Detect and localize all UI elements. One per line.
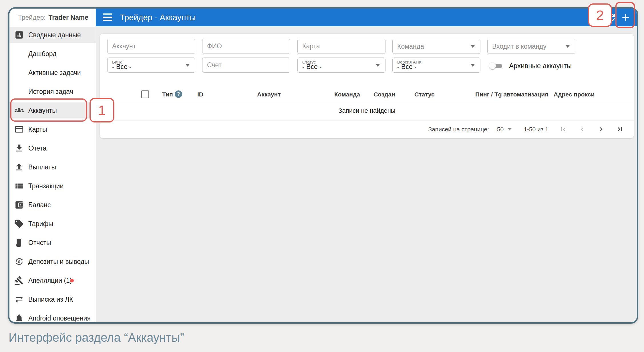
filters-table-card: Команда Входит в команду Банк - Все - Ст… bbox=[100, 34, 634, 138]
compare-arrows-icon bbox=[13, 293, 25, 306]
chevron-down-icon bbox=[470, 64, 475, 67]
receipt-icon bbox=[13, 236, 25, 249]
column-created: Создан bbox=[373, 91, 395, 98]
sidebar: Трейдер: Trader Name Сводные данные Дашб… bbox=[9, 9, 96, 322]
rows-per-page-label: Записей на странице: bbox=[428, 126, 489, 133]
sidebar-item-payouts[interactable]: Выплаты bbox=[9, 159, 96, 175]
sidebar-item-transactions[interactable]: Транзакции bbox=[9, 178, 96, 194]
download-icon bbox=[13, 142, 25, 155]
first-page-button[interactable] bbox=[559, 125, 567, 133]
appeals-notification-dot bbox=[70, 279, 74, 282]
pagination-range: 1-50 из 1 bbox=[524, 126, 548, 133]
archived-accounts-label: Архивные аккаунты bbox=[509, 62, 572, 70]
fio-filter-input[interactable] bbox=[202, 39, 290, 54]
column-team: Команда bbox=[334, 91, 360, 98]
chevron-down-icon bbox=[470, 45, 475, 48]
sidebar-item-active-tasks[interactable]: Активные задачи bbox=[9, 65, 96, 81]
trader-label: Трейдер: bbox=[18, 14, 46, 21]
team-filter-select[interactable]: Команда bbox=[392, 39, 480, 54]
account-filter-input[interactable] bbox=[107, 39, 195, 54]
callout-outline-add-button bbox=[615, 2, 635, 28]
sidebar-item-tariffs[interactable]: Тарифы bbox=[9, 216, 96, 232]
chevron-down-icon bbox=[508, 128, 512, 130]
apk-version-filter-select[interactable]: Версия АПК - Все - bbox=[392, 58, 480, 73]
svg-text:$: $ bbox=[18, 260, 20, 264]
sidebar-item-deposits-withdrawals[interactable]: $ Депозиты и выводы bbox=[9, 254, 96, 270]
pagination-bar: Записей на странице: 50 1-50 из 1 bbox=[100, 120, 634, 138]
figure-caption: Интерфейс раздела “Аккаунты” bbox=[9, 331, 184, 345]
column-proxy: Адрес прокси bbox=[554, 91, 595, 98]
menu-icon[interactable] bbox=[103, 13, 112, 21]
tag-icon bbox=[13, 217, 25, 230]
empty-state-text: Записи не найдены bbox=[100, 101, 634, 120]
list-icon bbox=[13, 180, 25, 192]
chevron-down-icon bbox=[565, 45, 570, 48]
chevron-down-icon bbox=[185, 64, 190, 67]
app-bar: Трейдер - Аккаунты bbox=[96, 9, 637, 26]
page-title: Трейдер - Аккаунты bbox=[120, 9, 196, 26]
sidebar-item-cards[interactable]: Карты bbox=[9, 121, 96, 137]
callout-step-2: 2 bbox=[588, 3, 612, 27]
upload-icon bbox=[13, 161, 25, 173]
analytics-icon bbox=[13, 29, 25, 41]
column-status: Статус bbox=[414, 91, 435, 98]
in-team-filter-select[interactable]: Входит в команду bbox=[487, 39, 575, 54]
select-all-checkbox[interactable] bbox=[141, 90, 149, 98]
next-page-button[interactable] bbox=[597, 125, 605, 133]
archived-accounts-toggle[interactable] bbox=[489, 62, 503, 70]
sidebar-item-android-notifications[interactable]: Android оповещения bbox=[9, 310, 96, 324]
chevron-down-icon bbox=[375, 64, 380, 67]
column-account: Аккаунт bbox=[257, 91, 281, 98]
sidebar-item-summary[interactable]: Сводные данные bbox=[9, 27, 96, 43]
sidebar-item-balance[interactable]: Баланс bbox=[9, 197, 96, 213]
wallet-icon bbox=[13, 199, 25, 211]
table-header-row: Тип ? ID Аккаунт Команда Создан Статус П… bbox=[100, 88, 634, 101]
column-type: Тип bbox=[162, 91, 173, 98]
currency-exchange-icon: $ bbox=[13, 255, 25, 268]
gavel-icon bbox=[13, 274, 25, 287]
rows-per-page-select[interactable]: 50 bbox=[497, 126, 512, 133]
sidebar-item-dashboard[interactable]: Дашборд bbox=[9, 46, 96, 62]
status-filter-select[interactable]: Статус - Все - bbox=[297, 58, 385, 73]
column-id: ID bbox=[197, 91, 203, 98]
callout-outline-accounts bbox=[10, 98, 87, 122]
bell-icon bbox=[13, 312, 25, 324]
trader-name: Trader Name bbox=[49, 14, 88, 21]
help-icon[interactable]: ? bbox=[175, 90, 182, 98]
invoice-filter-input[interactable] bbox=[202, 58, 290, 73]
trader-name-header: Трейдер: Trader Name bbox=[9, 9, 96, 26]
callout-step-1: 1 bbox=[90, 98, 114, 122]
sidebar-item-appeals[interactable]: Апелляции (1) bbox=[9, 272, 96, 288]
column-ping-tg: Пинг / Tg автоматизация bbox=[475, 91, 548, 98]
previous-page-button[interactable] bbox=[578, 125, 586, 133]
app-window: Трейдер - Аккаунты Трейдер: Trader Name … bbox=[8, 7, 638, 324]
sidebar-item-task-history[interactable]: История задач bbox=[9, 84, 96, 100]
credit-card-icon bbox=[13, 123, 25, 136]
last-page-button[interactable] bbox=[616, 125, 624, 133]
main-content: Команда Входит в команду Банк - Все - Ст… bbox=[96, 26, 637, 322]
sidebar-item-invoices[interactable]: Счета bbox=[9, 140, 96, 156]
bank-filter-select[interactable]: Банк - Все - bbox=[107, 58, 195, 73]
card-filter-input[interactable] bbox=[297, 39, 385, 54]
sidebar-item-lk-statement[interactable]: Выписка из ЛК bbox=[9, 291, 96, 307]
sidebar-item-reports[interactable]: Отчеты bbox=[9, 235, 96, 251]
